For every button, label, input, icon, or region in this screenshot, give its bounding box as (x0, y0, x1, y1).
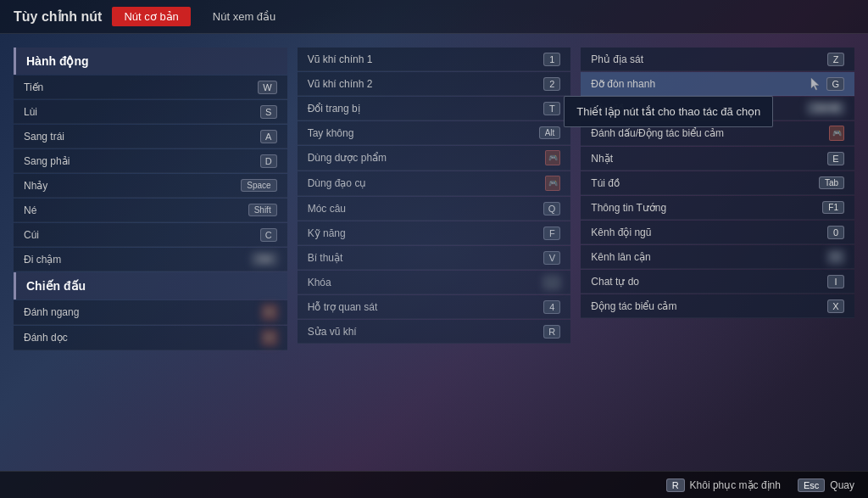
key-badge: S (260, 105, 277, 119)
row-sua-vu-khi[interactable]: Sửa vũ khí R (298, 320, 571, 344)
key-badge: C (260, 228, 277, 242)
key-badge: 2 (543, 77, 560, 91)
row-label: Đi chậm (24, 254, 61, 266)
row-dung-dao-cu[interactable]: Dùng đạo cụ 🎮 (298, 171, 571, 196)
row-label: Tiến (24, 81, 43, 93)
key-badge: Space (241, 179, 276, 192)
key-badge: D (260, 154, 277, 168)
row-label: Dùng đạo cụ (308, 177, 367, 189)
icon-badge: 🎮 (545, 176, 560, 191)
tab-xem-dau[interactable]: Nút xem đầu (201, 7, 287, 26)
restore-action[interactable]: R Khôi phục mặc định (666, 478, 781, 492)
row-label: Sang trái (24, 131, 64, 143)
key-badge: I (827, 275, 844, 288)
icon-badge: 🎮 (262, 305, 277, 320)
row-label: Chat tự do (591, 276, 639, 288)
row-vu-khi-1[interactable]: Vũ khí chính 1 1 (298, 48, 571, 71)
column-left: Hành động Tiến W Lùi S Sang trái A Sang … (14, 48, 287, 457)
row-label: Động tác biểu cảm (591, 300, 676, 312)
row-label: Kênh lân cận (591, 251, 650, 263)
row-label: Đỡ đòn nhanh (591, 78, 655, 90)
row-kenh-lan-can[interactable]: Kênh lân cận Y (581, 245, 854, 269)
row-nhat[interactable]: Nhặt E (581, 147, 854, 171)
key-badge: Shift (248, 204, 277, 216)
row-tui-do[interactable]: Túi đồ Tab (581, 171, 854, 195)
row-label: Bí thuật (308, 252, 343, 264)
row-vu-khi-2[interactable]: Vũ khí chính 2 2 (298, 72, 571, 96)
row-tien[interactable]: Tiến W (14, 76, 287, 99)
row-doi-trang-bi[interactable]: Đổi trang bị T (298, 97, 571, 120)
row-label: Nhảy (24, 180, 47, 192)
tooltip-popup: Thiết lập nút tắt cho thao tác đã chọn (564, 96, 773, 127)
key-badge: 4 (543, 300, 560, 314)
section-header-hanh-dong: Hành động (14, 48, 287, 75)
row-do-don-nhanh[interactable]: Đỡ đòn nhanh G Thiết lập nút tắt cho tha… (581, 72, 854, 96)
row-label: Đánh dọc (24, 332, 68, 344)
key-badge: Ctrl+M (807, 102, 844, 115)
row-label: Phủ địa sát (591, 53, 643, 65)
row-khoa[interactable]: Khóa - (298, 271, 571, 294)
row-lui[interactable]: Lùi S (14, 100, 287, 124)
key-badge: G (826, 77, 844, 91)
row-thong-tin-tuong[interactable]: Thông tin Tướng F1 (581, 196, 854, 220)
row-tay-khong[interactable]: Tay không Alt (298, 121, 571, 145)
section-header-chien-dau: Chiến đấu (14, 272, 287, 299)
restore-label: Khôi phục mặc định (690, 479, 781, 491)
row-di-cham[interactable]: Đi chậm Ctrl (14, 248, 287, 271)
row-bi-thuat[interactable]: Bí thuật V (298, 246, 571, 270)
row-label: Kênh đội ngũ (591, 227, 651, 238)
column-middle: Vũ khí chính 1 1 Vũ khí chính 2 2 Đổi tr… (298, 48, 571, 457)
row-phu-dia-sat[interactable]: Phủ địa sát Z (581, 48, 854, 71)
tab-co-ban[interactable]: Nút cơ bản (112, 7, 190, 26)
key-badge: Q (543, 202, 561, 215)
row-danh-doc[interactable]: Đánh dọc 🎮 (14, 326, 287, 350)
tooltip-text: Thiết lập nút tắt cho thao tác đã chọn (576, 105, 760, 118)
key-badge: T (543, 102, 560, 115)
key-badge: R (543, 325, 560, 339)
row-label: Dùng dược phẩm (308, 152, 387, 164)
row-chat-tu-do[interactable]: Chat tự do I (581, 270, 854, 294)
row-danh-ngang[interactable]: Đánh ngang 🎮 (14, 300, 287, 325)
key-badge: X (827, 299, 844, 313)
row-label: Sửa vũ khí (308, 326, 357, 338)
row-dong-tac-bieu-cam[interactable]: Động tác biểu cảm X (581, 294, 854, 318)
restore-key: R (666, 478, 685, 492)
key-badge: V (543, 251, 560, 265)
row-nhay[interactable]: Nhảy Space (14, 174, 287, 198)
key-badge: E (827, 152, 844, 165)
key-badge: - (543, 276, 560, 289)
row-label: Kỹ năng (308, 227, 346, 239)
quit-action[interactable]: Esc Quay (798, 478, 854, 492)
row-ne[interactable]: Né Shift (14, 199, 287, 222)
row-label: Đổi trang bị (308, 103, 360, 115)
key-badge: Tab (819, 176, 844, 189)
row-cui[interactable]: Cúi C (14, 223, 287, 247)
key-badge: 1 (543, 53, 560, 66)
row-label: Nhặt (591, 153, 613, 165)
row-label: Né (24, 204, 36, 216)
row-label: Tay không (308, 127, 354, 139)
row-label: Sang phải (24, 155, 70, 167)
key-badge: F (543, 227, 560, 240)
key-badge: A (260, 130, 277, 143)
bottom-bar: R Khôi phục mặc định Esc Quay (0, 471, 868, 498)
key-badge: Alt (539, 126, 561, 139)
row-sang-phai[interactable]: Sang phải D (14, 149, 287, 173)
cursor-icon (810, 77, 821, 91)
row-sang-trai[interactable]: Sang trái A (14, 125, 287, 148)
row-label: Khóa (308, 277, 331, 288)
row-ho-tro-quan-sat[interactable]: Hỗ trợ quan sát 4 (298, 295, 571, 319)
column-right: Phủ địa sát Z Đỡ đòn nhanh G Thiết lập n… (581, 48, 854, 457)
row-kenh-doi-ngu[interactable]: Kênh đội ngũ 0 (581, 221, 854, 244)
row-ky-nang[interactable]: Kỹ năng F (298, 221, 571, 245)
key-badge: Z (827, 53, 844, 66)
row-label: Thông tin Tướng (591, 202, 666, 214)
row-dung-duoc-pham[interactable]: Dùng dược phẩm 🎮 (298, 146, 571, 171)
key-badge: W (258, 81, 276, 94)
main-content: Hành động Tiến W Lùi S Sang trái A Sang … (0, 34, 868, 471)
row-label: Túi đồ (591, 177, 620, 189)
quit-key: Esc (798, 478, 825, 492)
row-moc-cau[interactable]: Móc câu Q (298, 197, 571, 221)
row-label: Hỗ trợ quan sát (308, 301, 378, 313)
icon-badge: 🎮 (829, 126, 844, 141)
